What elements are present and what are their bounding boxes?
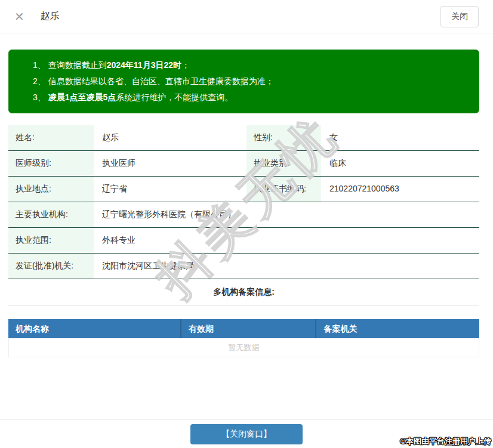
field-value-name: 赵乐 [94, 125, 246, 150]
notice-text: ； [181, 60, 190, 70]
field-value-practice-location: 辽宁省 [94, 177, 246, 202]
records-table: 机构名称 有效期 备案机关 暂无数据 [8, 319, 479, 357]
field-value-practice-category: 临床 [321, 151, 479, 176]
records-table-header: 机构名称 有效期 备案机关 [8, 319, 479, 338]
notice-line-2: 2、 信息数据结果以各省、自治区、直辖市卫生健康委数据为准； [33, 73, 469, 89]
field-value-gender: 女 [321, 125, 479, 150]
close-window-button[interactable]: 【关闭窗口】 [190, 424, 303, 444]
notice-line-3: 3、 凌晨1点至凌晨5点系统进行维护，不能提供查询。 [33, 89, 469, 106]
field-label-practice-category: 执业类别: [246, 151, 321, 176]
table-row: 执业地点: 辽宁省 执业证书编码: 210220721000563 [8, 177, 479, 202]
table-row: 姓名: 赵乐 性别: 女 [8, 125, 479, 151]
top-bar: ✕ 赵乐 关闭 [0, 0, 493, 33]
notice-text-bold: 凌晨1点至凌晨5点 [48, 92, 116, 102]
notice-line-1: 1、 查询数据截止到2024年11月3日22时； [33, 57, 469, 73]
field-label-certificate-number: 执业证书编码: [246, 177, 321, 202]
multi-institution-section-title: 多机构备案信息: [8, 279, 479, 306]
notice-box: 1、 查询数据截止到2024年11月3日22时； 2、 信息数据结果以各省、自治… [8, 50, 479, 113]
field-value-doctor-level: 执业医师 [94, 151, 246, 176]
field-value-practice-scope: 外科专业 [94, 228, 479, 253]
upload-credit-watermark: ©本图由平台注册用户上传 [400, 436, 491, 447]
notice-text: 2、 信息数据结果以各省、自治区、直辖市卫生健康委数据为准； [33, 76, 274, 86]
field-label-main-institution: 主要执业机构: [8, 202, 94, 227]
field-label-name: 姓名: [8, 125, 94, 150]
field-label-practice-scope: 执业范围: [8, 228, 94, 253]
field-label-doctor-level: 医师级别: [8, 151, 94, 176]
notice-text: 3、 [33, 92, 48, 102]
empty-data-message: 暂无数据 [8, 338, 479, 357]
table-row: 主要执业机构: 辽宁曙光整形外科医院（有限公司） [8, 202, 479, 228]
field-value-certificate-number: 210220721000563 [321, 177, 479, 202]
notice-text: 1、 查询数据截止到 [33, 60, 107, 70]
column-header-validity-period: 有效期 [180, 319, 315, 338]
notice-text: 系统进行维护，不能提供查询。 [116, 92, 233, 102]
field-value-main-institution: 辽宁曙光整形外科医院（有限公司） [94, 202, 479, 227]
doctor-info-table: 姓名: 赵乐 性别: 女 医师级别: 执业医师 执业类别: 临床 执业地点: 辽… [8, 125, 479, 306]
close-button[interactable]: 关闭 [440, 6, 479, 27]
column-header-filing-authority: 备案机关 [315, 319, 479, 338]
notice-text-bold: 2024年11月3日22时 [107, 60, 181, 70]
table-row: 医师级别: 执业医师 执业类别: 临床 [8, 151, 479, 177]
field-value-issuing-authority: 沈阳市沈河区卫生健康局 [94, 254, 479, 279]
column-header-institution-name: 机构名称 [8, 319, 180, 338]
table-row: 执业范围: 外科专业 [8, 228, 479, 254]
main-content: 1、 查询数据截止到2024年11月3日22时； 2、 信息数据结果以各省、自治… [0, 50, 493, 357]
table-row: 发证(批准)机关: 沈阳市沈河区卫生健康局 [8, 254, 479, 279]
page-title: 赵乐 [41, 10, 60, 23]
field-label-gender: 性别: [246, 125, 321, 150]
field-label-issuing-authority: 发证(批准)机关: [8, 254, 94, 279]
close-x-icon[interactable]: ✕ [14, 11, 24, 23]
field-label-practice-location: 执业地点: [8, 177, 94, 202]
